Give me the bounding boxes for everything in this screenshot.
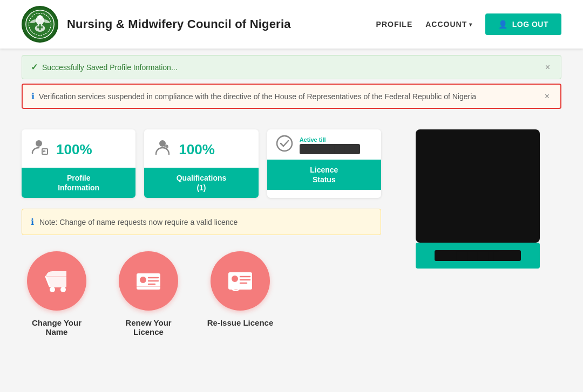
success-alert: ✓ Successfully Saved Profile Information… <box>22 55 561 79</box>
svg-point-17 <box>50 287 55 292</box>
reissue-licence-card[interactable]: Re-Issue Licence <box>205 251 275 336</box>
account-nav-dropdown[interactable]: ACCOUNT ▾ <box>425 20 472 29</box>
org-title: Nursing & Midwifery Council of Nigeria <box>67 17 291 31</box>
stats-row: 100% ProfileInformation <box>22 129 381 198</box>
header-left: Nursing & Midwifery Council of Nigeria <box>22 6 291 43</box>
qualifications-card[interactable]: 100% Qualifications(1) <box>144 129 258 198</box>
main-content: 100% ProfileInformation <box>0 113 583 353</box>
profile-label: ProfileInformation <box>22 168 135 198</box>
info-alert: ℹ Verification services suspended in com… <box>22 84 561 109</box>
svg-point-27 <box>232 276 238 282</box>
svg-point-16 <box>277 136 292 151</box>
svg-point-4 <box>38 15 42 19</box>
info-icon: ℹ <box>31 91 35 101</box>
info-alert-close[interactable]: × <box>543 92 552 101</box>
licence-status-card[interactable]: Active till 30-Ju████ LicenceStatus <box>267 129 381 198</box>
change-name-card[interactable]: Change Your Name <box>22 251 92 336</box>
doctor-icon <box>153 138 172 161</box>
profile-percent: 100% <box>56 141 92 158</box>
active-till-date: 30-Ju████ <box>300 144 361 154</box>
renew-licence-card[interactable]: Renew Your Licence <box>113 251 184 336</box>
header-nav: PROFILE ACCOUNT ▾ 👤 LOG OUT <box>376 13 561 35</box>
change-name-label: Change Your Name <box>22 318 92 336</box>
licence-status-label: LicenceStatus <box>267 160 381 190</box>
chevron-down-icon: ▾ <box>469 22 472 27</box>
renew-licence-label: Renew Your Licence <box>113 318 184 336</box>
success-alert-close[interactable]: × <box>543 63 552 72</box>
logout-button[interactable]: 👤 LOG OUT <box>485 13 561 35</box>
profile-name-button[interactable]: ████████ <box>416 243 540 269</box>
licence-info: Active till 30-Ju████ <box>300 136 361 154</box>
note-text: Note: Change of name requests now requir… <box>39 218 238 226</box>
alert-left: ✓ Successfully Saved Profile Information… <box>31 62 178 72</box>
success-alert-message: Successfully Saved Profile Information..… <box>42 63 178 72</box>
person-edit-icon <box>30 138 50 161</box>
svg-rect-8 <box>37 26 43 29</box>
renew-licence-circle <box>119 251 178 311</box>
actions-row: Change Your Name Renew Your Licence <box>22 251 381 336</box>
profile-image <box>416 129 540 243</box>
reissue-licence-label: Re-Issue Licence <box>207 318 274 327</box>
qualifications-label: Qualifications(1) <box>144 168 258 198</box>
stat-top-qualifications: 100% <box>144 129 258 168</box>
user-icon: 👤 <box>498 20 508 29</box>
header: Nursing & Midwifery Council of Nigeria P… <box>0 0 583 49</box>
note-box: ℹ Note: Change of name requests now requ… <box>22 209 381 235</box>
info-alert-message: Verification services suspended in compl… <box>39 92 476 101</box>
qualifications-percent: 100% <box>179 141 215 158</box>
active-till-label: Active till <box>300 136 361 143</box>
right-section: ████████ <box>394 129 561 336</box>
alerts-container: ✓ Successfully Saved Profile Information… <box>0 49 583 109</box>
svg-point-18 <box>60 287 66 292</box>
left-section: 100% ProfileInformation <box>22 129 381 336</box>
svg-point-9 <box>36 140 42 147</box>
stat-top-profile: 100% <box>22 129 135 168</box>
note-info-icon: ℹ <box>31 217 34 227</box>
reissue-licence-circle <box>211 251 270 311</box>
licence-card-top: Active till 30-Ju████ <box>267 129 381 160</box>
change-name-circle <box>27 251 86 311</box>
check-icon: ✓ <box>31 62 38 72</box>
svg-point-21 <box>140 277 146 283</box>
profile-info-card[interactable]: 100% ProfileInformation <box>22 129 135 198</box>
info-alert-left: ℹ Verification services suspended in com… <box>31 91 476 101</box>
profile-nav-link[interactable]: PROFILE <box>376 20 413 29</box>
check-circle-icon <box>276 135 293 155</box>
logo <box>22 6 58 43</box>
